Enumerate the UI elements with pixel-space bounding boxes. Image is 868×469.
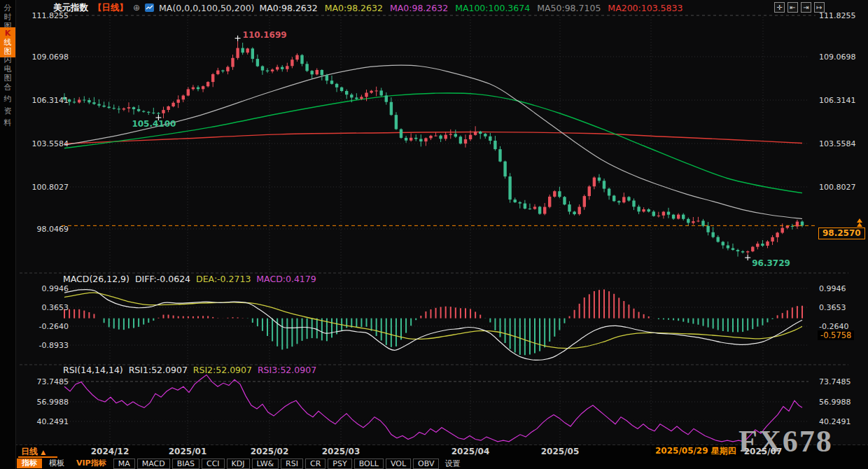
extreme-markers xyxy=(155,36,750,260)
macd-axis-right-label: 0.3653 xyxy=(819,303,846,312)
toolbar-tab-3[interactable]: VIP指标 xyxy=(71,458,111,468)
header-ma-value-1: MA0:98.2632 xyxy=(260,3,318,13)
macd-lines xyxy=(64,289,802,360)
indicator-chart-icon xyxy=(145,4,154,12)
header-ma-value-4: MA100:100.3674 xyxy=(455,3,530,13)
indicator-toolbar: 指标模板VIP指标MAMACDBIASCCIKDJLW&RSICRPSYBOLL… xyxy=(17,458,463,469)
rsi-title: RSI(14,14,14) xyxy=(63,365,123,375)
toolbar-tab-2[interactable]: 模板 xyxy=(44,458,69,468)
instrument-title: 美元指数 xyxy=(53,2,88,14)
price-axis-left-label: 106.3141 xyxy=(18,96,69,105)
chart-header: 美元指数 【日线】 ⊕ MA(0,0,0,100,50,200) MA0:98.… xyxy=(53,2,682,13)
indicator-button-cr[interactable]: CR xyxy=(305,458,326,469)
price-marker-arrow-icon xyxy=(857,223,862,227)
price-axis-right-label: 109.0698 xyxy=(819,52,856,62)
price-axis-right-label: 100.8027 xyxy=(819,183,856,192)
indicator-button-psy[interactable]: PSY xyxy=(328,458,351,469)
indicator-button-macd[interactable]: MACD xyxy=(137,458,170,469)
sidebar: 分时图K线图闪电图合约资料 xyxy=(0,0,16,469)
jump-latest-icon[interactable]: ↦ xyxy=(814,2,825,13)
header-ma-value-5: MA50:98.7105 xyxy=(537,3,601,13)
price-axis-right-label: 103.5584 xyxy=(819,139,856,148)
pan-icon[interactable]: ✛ xyxy=(774,2,785,13)
gridlines xyxy=(0,15,868,445)
macd-axis-right-label: -0.2640 xyxy=(819,322,848,331)
low1-price-annotation: 105.4100 xyxy=(132,119,176,129)
chart-canvas[interactable] xyxy=(0,0,868,469)
header-ma-value-6: MA200:103.5833 xyxy=(608,3,682,13)
rsi3-value: RSI3:52.0907 xyxy=(258,365,316,375)
toolbar-tab-1[interactable]: 指标 xyxy=(17,458,42,468)
date-axis-month-label: 2024/12 xyxy=(91,447,129,456)
rsi-header: RSI(14,14,14) RSI1:52.0907 RSI2:52.0907 … xyxy=(63,365,316,375)
shift-right-icon[interactable]: ⇥ xyxy=(801,2,811,13)
indicator-button-cci[interactable]: CCI xyxy=(202,458,225,469)
price-axis-left-label: 98.0469 xyxy=(18,225,69,234)
price-axis-left-label: 103.5584 xyxy=(18,139,69,148)
chart-tool-icons: ✛⇤⇥↦ xyxy=(774,2,825,13)
rsi-axis-right-label: 56.9988 xyxy=(819,398,851,407)
macd-axis-left-label: 0.3653 xyxy=(18,303,69,312)
chart-svg xyxy=(0,0,868,469)
indicator-button-boll[interactable]: BOLL xyxy=(354,458,384,469)
rsi-axis-right-label: 40.2491 xyxy=(819,417,851,426)
header-ma-value-2: MA0:98.2632 xyxy=(325,3,383,13)
date-axis-month-label: 2025/03 xyxy=(322,447,360,456)
rsi-axis-right-label: 73.7485 xyxy=(819,377,851,386)
price-axis-left-label: 100.8027 xyxy=(18,183,69,192)
macd-header: MACD(26,12,9) DIFF:-0.0624 DEA:-0.2713 M… xyxy=(63,274,316,284)
date-axis: 日线 ▲ 2024/122025/012025/022025/032025/04… xyxy=(0,446,868,457)
rsi1-value: RSI1:52.0907 xyxy=(129,365,188,375)
macd-macd-value: MACD:0.4179 xyxy=(256,274,316,284)
date-axis-month-label: 2025/05 xyxy=(541,447,579,456)
indicator-button-vol[interactable]: VOL xyxy=(386,458,411,469)
macd-axis-left-label: -0.2640 xyxy=(18,322,69,331)
indicator-button-rsi[interactable]: RSI xyxy=(281,458,303,469)
indicator-button-ma[interactable]: MA xyxy=(113,458,135,469)
selected-date-badge: 2025/05/29 星期四 xyxy=(651,446,741,456)
chart-app-window: 分时图K线图闪电图合约资料 美元指数 【日线】 ⊕ MA(0,0,0,100,5… xyxy=(0,0,868,469)
indicator-button-obv[interactable]: OBV xyxy=(413,458,439,469)
sidebar-tab-4[interactable]: 合约资料 xyxy=(0,80,15,130)
date-axis-month-label: 2025/04 xyxy=(451,447,489,456)
settings-button[interactable]: 设置 xyxy=(441,458,463,469)
macd-dea-value: DEA:-0.2713 xyxy=(196,274,251,284)
ma-values: MA0:98.2632MA0:98.2632MA0:98.2632MA100:1… xyxy=(260,3,683,13)
macd-axis-right-label: 0.9946 xyxy=(819,284,846,293)
price-axis-right-label: 106.3141 xyxy=(819,96,856,105)
sidebar-tab-2[interactable]: K线图 xyxy=(0,27,15,57)
macd-diff-value: DIFF:-0.0624 xyxy=(135,274,190,284)
ma-settings-label: MA(0,0,0,100,50,200) xyxy=(159,3,254,13)
macd-histogram xyxy=(64,289,802,355)
high-price-annotation: 110.1699 xyxy=(243,30,287,40)
date-axis-month-label: 2025/02 xyxy=(251,447,288,456)
macd-current-badge: -0.5758 xyxy=(818,330,854,340)
rsi2-value: RSI2:52.0907 xyxy=(193,365,252,375)
date-axis-month-label: 2025/01 xyxy=(169,447,206,456)
add-indicator-icon[interactable]: ⊕ xyxy=(133,3,140,13)
macd-title: MACD(26,12,9) xyxy=(63,274,130,284)
current-price-badge: 98.2570 xyxy=(818,227,865,239)
rsi-axis-left-label: 56.9988 xyxy=(18,398,69,407)
indicator-button-bias[interactable]: BIAS xyxy=(172,458,200,469)
period-label: 【日线】 xyxy=(93,2,128,14)
low2-price-annotation: 96.3729 xyxy=(752,258,790,268)
header-ma-value-3: MA0:98.2632 xyxy=(390,3,448,13)
moving-averages xyxy=(64,65,802,218)
macd-axis-left-label: 0.9946 xyxy=(18,284,69,293)
rsi-axis-left-label: 73.7485 xyxy=(18,377,69,386)
date-axis-month-label: 2025/07 xyxy=(744,447,782,456)
rsi-line xyxy=(64,375,802,442)
indicator-button-lw[interactable]: LW& xyxy=(252,458,279,469)
rsi-axis-left-label: 40.2491 xyxy=(18,417,69,426)
indicator-button-kdj[interactable]: KDJ xyxy=(227,458,250,469)
shift-left-icon[interactable]: ⇤ xyxy=(788,2,798,13)
price-axis-left-label: 109.0698 xyxy=(18,52,69,62)
candles-layer xyxy=(63,41,804,257)
macd-axis-left-label: -0.8933 xyxy=(18,341,69,350)
